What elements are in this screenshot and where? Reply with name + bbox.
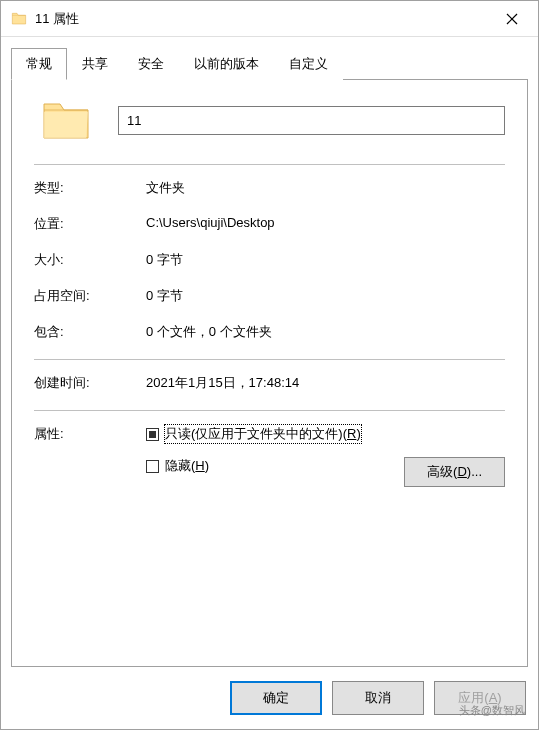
properties-dialog: 11 属性 常规 共享 安全 以前的版本 自定义 类型: 文件夹 位置: C:\… — [0, 0, 539, 730]
close-icon — [506, 13, 518, 25]
folder-large-icon — [40, 98, 92, 142]
contains-label: 包含: — [34, 323, 146, 341]
size-on-disk-value: 0 字节 — [146, 287, 505, 305]
contains-value: 0 个文件，0 个文件夹 — [146, 323, 505, 341]
readonly-checkbox[interactable] — [146, 428, 159, 441]
folder-icon — [11, 12, 27, 26]
window-title: 11 属性 — [35, 10, 490, 28]
attributes-section: 属性: 只读(仅应用于文件夹中的文件)(R) 隐藏(H) 高级(D)... — [34, 425, 505, 489]
divider — [34, 164, 505, 165]
tab-previous-versions[interactable]: 以前的版本 — [179, 48, 274, 80]
ok-button[interactable]: 确定 — [230, 681, 322, 715]
size-on-disk-label: 占用空间: — [34, 287, 146, 305]
created-row: 创建时间: 2021年1月15日，17:48:14 — [34, 374, 505, 392]
size-on-disk-row: 占用空间: 0 字节 — [34, 287, 505, 305]
location-row: 位置: C:\Users\qiuji\Desktop — [34, 215, 505, 233]
tab-general[interactable]: 常规 — [11, 48, 67, 80]
folder-name-input[interactable] — [118, 106, 505, 135]
created-label: 创建时间: — [34, 374, 146, 392]
type-row: 类型: 文件夹 — [34, 179, 505, 197]
tab-customize[interactable]: 自定义 — [274, 48, 343, 80]
contains-row: 包含: 0 个文件，0 个文件夹 — [34, 323, 505, 341]
divider — [34, 359, 505, 360]
tab-security[interactable]: 安全 — [123, 48, 179, 80]
name-row — [34, 98, 505, 142]
created-value: 2021年1月15日，17:48:14 — [146, 374, 505, 392]
button-bar: 确定 取消 应用(A) — [1, 667, 538, 729]
tab-content-general: 类型: 文件夹 位置: C:\Users\qiuji\Desktop 大小: 0… — [11, 80, 528, 667]
tab-sharing[interactable]: 共享 — [67, 48, 123, 80]
size-value: 0 字节 — [146, 251, 505, 269]
readonly-checkbox-row[interactable]: 只读(仅应用于文件夹中的文件)(R) — [146, 425, 505, 443]
attributes-label: 属性: — [34, 425, 146, 489]
type-label: 类型: — [34, 179, 146, 197]
tab-bar: 常规 共享 安全 以前的版本 自定义 — [11, 47, 528, 80]
size-label: 大小: — [34, 251, 146, 269]
apply-button[interactable]: 应用(A) — [434, 681, 526, 715]
location-value: C:\Users\qiuji\Desktop — [146, 215, 505, 233]
cancel-button[interactable]: 取消 — [332, 681, 424, 715]
divider — [34, 410, 505, 411]
hidden-label: 隐藏(H) — [165, 457, 209, 475]
location-label: 位置: — [34, 215, 146, 233]
advanced-button[interactable]: 高级(D)... — [404, 457, 505, 487]
type-value: 文件夹 — [146, 179, 505, 197]
size-row: 大小: 0 字节 — [34, 251, 505, 269]
hidden-checkbox[interactable] — [146, 460, 159, 473]
readonly-label: 只读(仅应用于文件夹中的文件)(R) — [165, 425, 361, 443]
close-button[interactable] — [490, 4, 534, 34]
titlebar: 11 属性 — [1, 1, 538, 37]
